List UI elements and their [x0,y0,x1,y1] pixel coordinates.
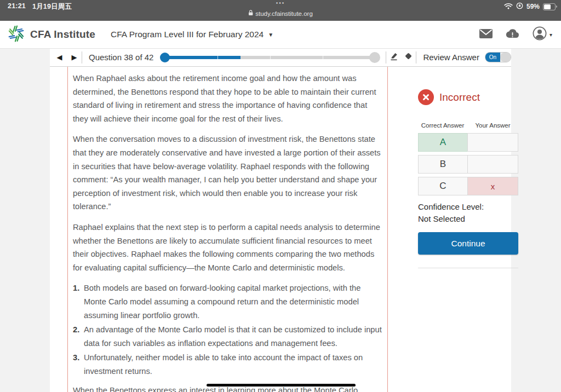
confidence-block: Confidence Level: Not Selected [418,201,518,224]
program-title: CFA Program Level III for February 2024 [111,30,264,39]
divider [82,51,82,64]
result-label: Incorrect [439,91,480,103]
list-item: 3. Unfortunately, neither model is able … [73,351,383,378]
rotation-lock-icon [516,2,523,11]
header-actions: ▾ [479,26,552,43]
cloud-alert-icon [506,29,519,41]
your-answer-mark [467,133,518,152]
page-url: study.cfainstitute.org [255,10,313,17]
clock: 21:21 [8,2,26,11]
program-selector[interactable]: CFA Program Level III for February 2024 … [111,30,273,39]
answer-row-a: A [418,133,518,152]
review-answer-label: Review Answer [423,53,479,62]
slider-tick [217,56,218,59]
battery-icon [543,3,556,10]
slider-tick [323,56,323,59]
confidence-label: Confidence Level: [418,201,518,213]
list-text: Both models are based on forward-looking… [84,281,383,322]
ipad-screen: 21:21 1月19日周五 ••• 59% [0,0,561,392]
highlight-boundary-line [387,67,388,392]
list-text: Unfortunately, neither model is able to … [84,351,383,378]
list-number: 2. [73,323,84,350]
question-counter: Question 38 of 42 [89,53,153,62]
chevron-down-icon: ▾ [549,32,552,38]
cfa-home-link[interactable]: CFA Institute [7,25,95,45]
list-text: An advantage of the Monte Carlo model is… [84,323,383,350]
question-numbered-list: 1. Both models are based on forward-look… [73,281,383,378]
your-answer-mark [467,155,518,174]
lock-icon [248,10,253,17]
progress-slider[interactable] [160,52,380,63]
previous-question-button[interactable]: ◀ [52,53,67,61]
chevron-down-icon: ▼ [268,32,273,38]
question-paragraph: When Raphael asks about the retirement i… [73,72,383,125]
toggle-on-label: On [485,53,500,62]
question-paragraph: When the conversation moves to a discuss… [73,132,383,214]
correct-answer-header: Correct Answer [418,122,467,129]
home-indicator[interactable] [207,384,356,387]
answer-row-c: C x [418,177,518,195]
confidence-value: Not Selected [418,213,518,225]
messages-button[interactable] [479,29,493,41]
divider [416,51,416,64]
highlight-boundary-line [67,67,68,392]
option-letter: C [418,177,467,195]
status-icons: 59% [504,2,556,11]
browser-menu-dots-icon[interactable]: ••• [276,0,285,6]
list-number: 1. [73,281,84,322]
highlighter-icon [389,51,399,64]
slider-knob[interactable] [369,52,380,63]
option-letter: B [418,155,467,174]
cfa-logo-icon [7,25,25,45]
review-answer-toggle[interactable]: On [485,52,511,62]
next-question-button[interactable]: ▶ [67,53,82,61]
slider-track [165,56,375,59]
address-bar[interactable]: study.cfainstitute.org [248,10,313,17]
eraser-icon [404,51,413,63]
date: 1月19日周五 [32,2,72,11]
toggle-knob [500,53,511,62]
answer-column-headers: Correct Answer Your Answer [418,122,518,129]
continue-button[interactable]: Continue [418,232,518,255]
brand-name: CFA Institute [30,28,95,41]
highlighter-button[interactable] [386,51,401,64]
eraser-button[interactable] [401,51,416,63]
answer-feedback-sidebar: Incorrect Correct Answer Your Answer A B… [418,89,518,268]
battery-percent: 59% [526,3,540,10]
slider-start-dot [160,53,170,62]
list-item: 2. An advantage of the Monte Carlo model… [73,323,383,350]
browser-chrome: 21:21 1月19日周五 ••• 59% [0,0,561,21]
incorrect-x-icon [418,89,434,105]
wifi-icon [504,3,513,11]
avatar-icon [533,26,547,43]
question-toolbar: ◀ ▶ Question 38 of 42 [50,48,511,67]
your-answer-header: Your Answer [467,122,518,129]
your-answer-mark: x [467,177,518,195]
answer-row-b: B [418,155,518,174]
result-row: Incorrect [418,89,518,105]
clock-date: 21:21 1月19日周五 [8,2,72,11]
account-menu[interactable]: ▾ [533,26,552,43]
sync-status-button[interactable] [506,29,519,41]
slider-fill [165,56,241,59]
slider-tick [270,56,271,59]
mail-icon [479,29,493,41]
app-header: CFA Institute CFA Program Level III for … [0,21,561,49]
question-text: When Raphael asks about the retirement i… [73,72,383,392]
list-item: 1. Both models are based on forward-look… [73,281,383,322]
divider [418,268,518,268]
list-number: 3. [73,351,84,378]
option-letter: A [418,133,467,152]
question-paragraph: Raphael explains that the next step is t… [73,221,383,274]
